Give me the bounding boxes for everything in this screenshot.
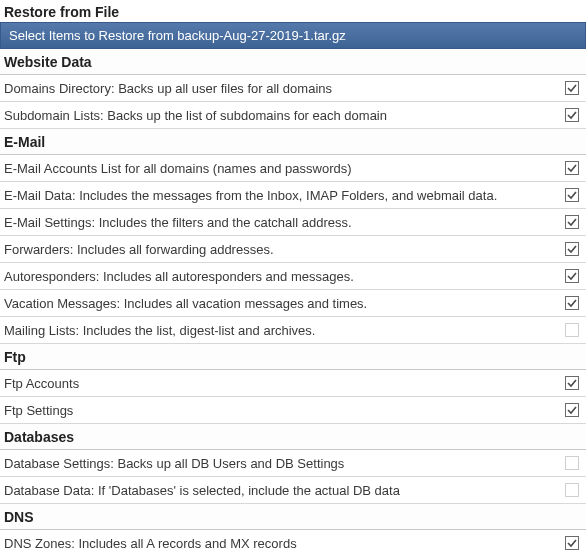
option-row: Ftp Accounts — [0, 370, 586, 397]
sections-container: Website DataDomains Directory: Backs up … — [0, 49, 586, 555]
option-row: Database Data: If 'Databases' is selecte… — [0, 477, 586, 504]
checkbox-checked-icon[interactable] — [564, 402, 580, 418]
option-label: Database Settings: Backs up all DB Users… — [4, 456, 564, 471]
checkbox-checked-icon[interactable] — [564, 241, 580, 257]
option-label: Ftp Settings — [4, 403, 564, 418]
svg-rect-1 — [566, 109, 579, 122]
svg-rect-0 — [566, 82, 579, 95]
checkbox-checked-icon[interactable] — [564, 375, 580, 391]
option-label: Mailing Lists: Includes the list, digest… — [4, 323, 564, 338]
option-label: Subdomain Lists: Backs up the list of su… — [4, 108, 564, 123]
option-row: E-Mail Accounts List for all domains (na… — [0, 155, 586, 182]
option-row: Mailing Lists: Includes the list, digest… — [0, 317, 586, 344]
option-label: E-Mail Data: Includes the messages from … — [4, 188, 564, 203]
checkbox-checked-icon[interactable] — [564, 107, 580, 123]
option-label: Forwarders: Includes all forwarding addr… — [4, 242, 564, 257]
option-label: DNS Zones: Includes all A records and MX… — [4, 536, 564, 551]
checkbox-unchecked-icon[interactable] — [564, 455, 580, 471]
section-header: DNS — [0, 504, 586, 530]
checkbox-unchecked-icon[interactable] — [564, 482, 580, 498]
checkbox-checked-icon[interactable] — [564, 80, 580, 96]
svg-rect-2 — [566, 162, 579, 175]
option-row: Subdomain Lists: Backs up the list of su… — [0, 102, 586, 129]
checkbox-unchecked-icon[interactable] — [564, 322, 580, 338]
svg-rect-5 — [566, 243, 579, 256]
checkbox-checked-icon[interactable] — [564, 214, 580, 230]
svg-rect-7 — [566, 297, 579, 310]
option-row: Autoresponders: Includes all autorespond… — [0, 263, 586, 290]
option-row: Ftp Settings — [0, 397, 586, 424]
svg-rect-6 — [566, 270, 579, 283]
restore-panel: Restore from File Select Items to Restor… — [0, 0, 586, 555]
option-row: E-Mail Settings: Includes the filters an… — [0, 209, 586, 236]
svg-rect-13 — [566, 537, 579, 550]
checkbox-checked-icon[interactable] — [564, 160, 580, 176]
option-row: Database Settings: Backs up all DB Users… — [0, 450, 586, 477]
section-header: Ftp — [0, 344, 586, 370]
svg-rect-4 — [566, 216, 579, 229]
option-row: Domains Directory: Backs up all user fil… — [0, 75, 586, 102]
svg-rect-9 — [566, 377, 579, 390]
subtitle-bar: Select Items to Restore from backup-Aug-… — [0, 22, 586, 49]
section-header: Databases — [0, 424, 586, 450]
option-label: Autoresponders: Includes all autorespond… — [4, 269, 564, 284]
page-title: Restore from File — [0, 0, 586, 22]
checkbox-checked-icon[interactable] — [564, 268, 580, 284]
option-row: DNS Zones: Includes all A records and MX… — [0, 530, 586, 555]
option-label: Database Data: If 'Databases' is selecte… — [4, 483, 564, 498]
checkbox-checked-icon[interactable] — [564, 295, 580, 311]
option-label: Domains Directory: Backs up all user fil… — [4, 81, 564, 96]
option-label: Ftp Accounts — [4, 376, 564, 391]
option-label: E-Mail Settings: Includes the filters an… — [4, 215, 564, 230]
svg-rect-11 — [566, 457, 579, 470]
checkbox-checked-icon[interactable] — [564, 535, 580, 551]
svg-rect-3 — [566, 189, 579, 202]
svg-rect-12 — [566, 484, 579, 497]
svg-rect-8 — [566, 324, 579, 337]
checkbox-checked-icon[interactable] — [564, 187, 580, 203]
section-header: E-Mail — [0, 129, 586, 155]
option-row: Forwarders: Includes all forwarding addr… — [0, 236, 586, 263]
section-header: Website Data — [0, 49, 586, 75]
option-row: E-Mail Data: Includes the messages from … — [0, 182, 586, 209]
svg-rect-10 — [566, 404, 579, 417]
option-row: Vacation Messages: Includes all vacation… — [0, 290, 586, 317]
option-label: Vacation Messages: Includes all vacation… — [4, 296, 564, 311]
option-label: E-Mail Accounts List for all domains (na… — [4, 161, 564, 176]
